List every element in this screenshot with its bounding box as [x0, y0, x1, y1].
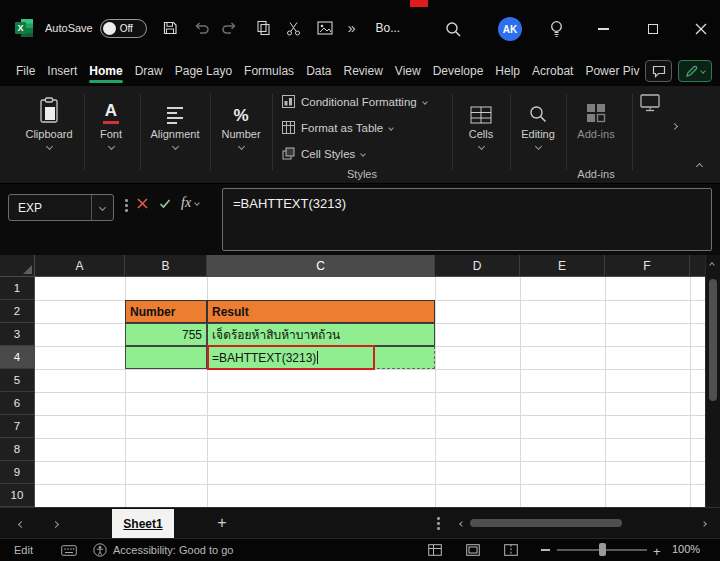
- cell-C2[interactable]: Result: [207, 300, 435, 323]
- add-sheet-button[interactable]: +: [213, 514, 231, 532]
- zoom-out-button[interactable]: [541, 549, 550, 551]
- column-header-c[interactable]: C: [207, 255, 435, 276]
- accessibility-status[interactable]: Accessibility: Good to go: [93, 543, 233, 557]
- tab-acrobat[interactable]: Acrobat: [526, 56, 579, 86]
- name-box-value: EXP: [9, 201, 91, 215]
- sheet-tab-sheet1[interactable]: Sheet1: [112, 509, 174, 539]
- row-header-4[interactable]: 4: [0, 346, 35, 369]
- column-header-d[interactable]: D: [435, 255, 520, 276]
- row-header-5[interactable]: 5: [0, 369, 35, 392]
- cell-B4[interactable]: [125, 346, 207, 369]
- zoom-slider[interactable]: [557, 549, 647, 551]
- name-box-dropdown[interactable]: [91, 195, 113, 220]
- tab-developer[interactable]: Develope: [427, 56, 490, 86]
- hscroll-left-icon[interactable]: [455, 517, 469, 531]
- row-header-2[interactable]: 2: [0, 300, 35, 323]
- sheet-nav-right-icon[interactable]: [48, 517, 62, 531]
- keyboard-icon[interactable]: [61, 545, 77, 556]
- cell-C3[interactable]: เจ็ดร้อยห้าสิบห้าบาทถ้วน: [207, 323, 435, 346]
- share-button[interactable]: [678, 60, 712, 82]
- ribbon-group-addins[interactable]: Add-ins: [568, 94, 624, 140]
- confirm-entry-button[interactable]: [159, 198, 171, 209]
- zoom-slider-thumb[interactable]: [599, 543, 606, 556]
- zoom-level[interactable]: 100%: [672, 543, 700, 555]
- row-header-7[interactable]: 7: [0, 415, 35, 438]
- search-icon[interactable]: [440, 16, 466, 42]
- ribbon-group-separator: [632, 94, 633, 170]
- cut-button[interactable]: [283, 16, 305, 40]
- worksheet-grid[interactable]: Number Result 755 เจ็ดร้อยห้าสิบห้าบาทถ้…: [35, 277, 705, 507]
- tab-draw[interactable]: Draw: [129, 56, 169, 86]
- tab-help[interactable]: Help: [489, 56, 526, 86]
- autosave-toggle[interactable]: Off: [100, 19, 147, 38]
- ribbon-group-alignment[interactable]: Alignment: [144, 94, 206, 149]
- name-box[interactable]: EXP: [8, 194, 114, 221]
- picture-button[interactable]: [314, 16, 336, 40]
- ribbon-group-number[interactable]: % Number: [214, 94, 268, 149]
- tab-home[interactable]: Home: [83, 56, 128, 86]
- column-header-a[interactable]: A: [35, 255, 125, 276]
- tab-formulas[interactable]: Formulas: [238, 56, 300, 86]
- tab-power-pivot[interactable]: Power Piv: [579, 56, 645, 86]
- vertical-scrollbar-thumb[interactable]: [709, 279, 717, 401]
- close-button[interactable]: [688, 16, 714, 42]
- insert-function-button[interactable]: fx: [181, 195, 199, 211]
- analyze-data-icon[interactable]: [640, 94, 660, 116]
- scroll-up-icon[interactable]: [709, 262, 715, 268]
- cell-B2[interactable]: Number: [125, 300, 207, 323]
- row-header-10[interactable]: 10: [0, 484, 35, 507]
- undo-button[interactable]: [191, 16, 213, 40]
- ribbon-group-font[interactable]: A Font: [88, 94, 134, 149]
- vertical-scrollbar[interactable]: [705, 255, 720, 507]
- tab-review[interactable]: Review: [337, 56, 388, 86]
- maximize-button[interactable]: [640, 16, 666, 42]
- cell-B3[interactable]: 755: [125, 323, 207, 346]
- minimize-button[interactable]: [590, 16, 616, 42]
- lightbulb-icon[interactable]: [543, 16, 569, 42]
- format-as-table-button[interactable]: Format as Table: [282, 121, 393, 134]
- row-header-8[interactable]: 8: [0, 438, 35, 461]
- ribbon-group-cells[interactable]: Cells: [456, 94, 506, 149]
- avatar[interactable]: AK: [498, 17, 522, 41]
- copy-button[interactable]: [253, 16, 275, 40]
- cancel-entry-button[interactable]: [137, 198, 148, 209]
- tab-view[interactable]: View: [389, 56, 427, 86]
- collapse-ribbon-icon[interactable]: [696, 163, 703, 170]
- ribbon-scroll-right-icon[interactable]: [671, 123, 678, 130]
- gridline-h: [35, 461, 705, 462]
- tab-file[interactable]: File: [10, 56, 41, 86]
- excel-logo-icon[interactable]: X: [13, 17, 35, 39]
- hscroll-right-icon[interactable]: [697, 517, 711, 531]
- comments-button[interactable]: [645, 60, 672, 82]
- formula-bar-options-icon[interactable]: [125, 199, 128, 212]
- horizontal-scrollbar-thumb[interactable]: [470, 519, 622, 527]
- row-header-9[interactable]: 9: [0, 461, 35, 484]
- ribbon-group-clipboard[interactable]: Clipboard: [19, 94, 79, 149]
- sheet-options-icon[interactable]: [437, 517, 440, 530]
- page-break-view-button[interactable]: [504, 544, 518, 556]
- row-header-3[interactable]: 3: [0, 323, 35, 346]
- conditional-formatting-button[interactable]: Conditional Formatting: [282, 95, 427, 108]
- select-all-button[interactable]: [0, 255, 35, 276]
- column-header-e[interactable]: E: [520, 255, 605, 276]
- page-layout-view-button[interactable]: [466, 544, 480, 556]
- tab-insert[interactable]: Insert: [41, 56, 83, 86]
- mode-indicator[interactable]: Edit: [14, 544, 33, 556]
- quick-access-overflow[interactable]: »: [348, 20, 356, 36]
- column-header-b[interactable]: B: [125, 255, 207, 276]
- normal-view-button[interactable]: [428, 544, 442, 556]
- cell-styles-button[interactable]: Cell Styles: [282, 147, 365, 160]
- chevron-down-icon: [237, 143, 244, 150]
- cell-C4[interactable]: =BAHTTEXT(3213): [207, 346, 435, 369]
- ribbon-group-editing[interactable]: Editing: [512, 94, 564, 149]
- sheet-nav-left-icon[interactable]: [14, 517, 28, 531]
- formula-input[interactable]: =BAHTTEXT(3213): [222, 188, 712, 251]
- row-header-1[interactable]: 1: [0, 277, 35, 300]
- tab-data[interactable]: Data: [300, 56, 337, 86]
- save-button[interactable]: [159, 16, 181, 40]
- redo-button[interactable]: [219, 16, 241, 40]
- row-header-6[interactable]: 6: [0, 392, 35, 415]
- column-header-f[interactable]: F: [605, 255, 690, 276]
- tab-page-layout[interactable]: Page Layo: [169, 56, 238, 86]
- zoom-in-button[interactable]: +: [653, 544, 661, 559]
